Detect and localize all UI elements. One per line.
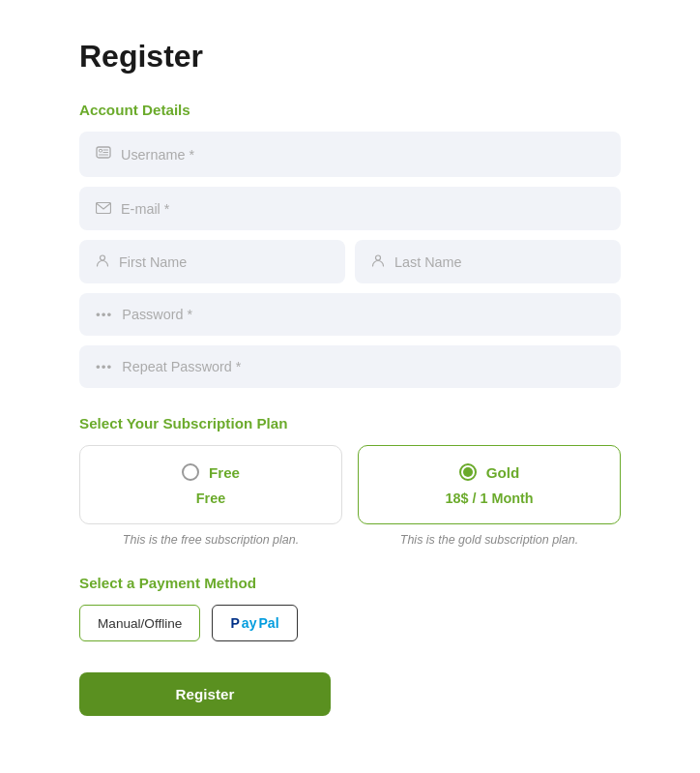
payment-manual-label: Manual/Offline xyxy=(98,616,182,631)
paypal-icon-ay: ay xyxy=(242,615,257,631)
password-input[interactable] xyxy=(122,307,604,322)
repeat-password-input[interactable] xyxy=(122,359,604,374)
plan-card-free[interactable]: Free Free xyxy=(79,445,342,524)
password-icon: ••• xyxy=(96,308,112,322)
plan-free-price: Free xyxy=(196,491,225,506)
plan-free-name: Free xyxy=(209,464,240,481)
paypal-logo: PayPal xyxy=(230,615,278,631)
payment-manual-btn[interactable]: Manual/Offline xyxy=(79,605,200,641)
paypal-icon-p: P xyxy=(230,615,239,631)
payment-section: Select a Payment Method Manual/Offline P… xyxy=(79,575,621,641)
name-row xyxy=(79,240,621,293)
payment-label: Select a Payment Method xyxy=(79,575,621,591)
plan-card-gold[interactable]: Gold 18$ / 1 Month xyxy=(358,445,621,524)
first-name-input-wrapper xyxy=(79,240,345,283)
page-container: Register Account Details xyxy=(79,39,621,734)
plan-free-desc-text: This is the free subscription plan. xyxy=(123,533,299,547)
password-input-wrapper: ••• xyxy=(79,293,621,336)
last-name-input[interactable] xyxy=(394,254,604,270)
svg-point-6 xyxy=(101,255,105,260)
page-title: Register xyxy=(79,39,621,74)
email-icon xyxy=(96,200,111,217)
svg-point-7 xyxy=(376,255,381,260)
subscription-label: Select Your Subscription Plan xyxy=(79,415,621,431)
email-input[interactable] xyxy=(121,201,604,217)
repeat-password-input-wrapper: ••• xyxy=(79,345,621,388)
plan-gold-desc-text: This is the gold subscription plan. xyxy=(400,533,578,547)
plan-options: Free Free Gold 18$ / 1 Month xyxy=(79,445,621,524)
user-icon xyxy=(96,145,111,164)
last-name-icon xyxy=(371,253,385,270)
account-details-label: Account Details xyxy=(79,102,621,118)
plan-free-header: Free xyxy=(96,463,326,481)
plan-free-radio[interactable] xyxy=(182,463,199,481)
username-input-wrapper xyxy=(79,132,621,177)
plan-descriptions: This is the free subscription plan. This… xyxy=(79,530,621,548)
plan-gold-name: Gold xyxy=(486,464,520,481)
repeat-password-icon: ••• xyxy=(96,360,112,374)
svg-rect-1 xyxy=(100,150,102,153)
email-input-wrapper xyxy=(79,187,621,230)
subscription-section: Select Your Subscription Plan Free Free … xyxy=(79,415,621,548)
payment-paypal-btn[interactable]: PayPal xyxy=(212,605,297,641)
last-name-input-wrapper xyxy=(355,240,621,283)
paypal-icon-pal: Pal xyxy=(258,615,278,631)
first-name-input[interactable] xyxy=(119,254,329,270)
username-input[interactable] xyxy=(121,147,604,163)
register-button[interactable]: Register xyxy=(79,672,331,716)
plan-gold-price: 18$ / 1 Month xyxy=(445,491,533,506)
first-name-icon xyxy=(96,253,109,270)
plan-gold-description: This is the gold subscription plan. xyxy=(358,530,621,548)
account-details-section: Account Details xyxy=(79,102,621,388)
plan-free-description: This is the free subscription plan. xyxy=(79,530,342,548)
plan-gold-radio[interactable] xyxy=(459,463,477,481)
payment-options: Manual/Offline PayPal xyxy=(79,605,621,641)
plan-gold-header: Gold xyxy=(374,463,604,481)
